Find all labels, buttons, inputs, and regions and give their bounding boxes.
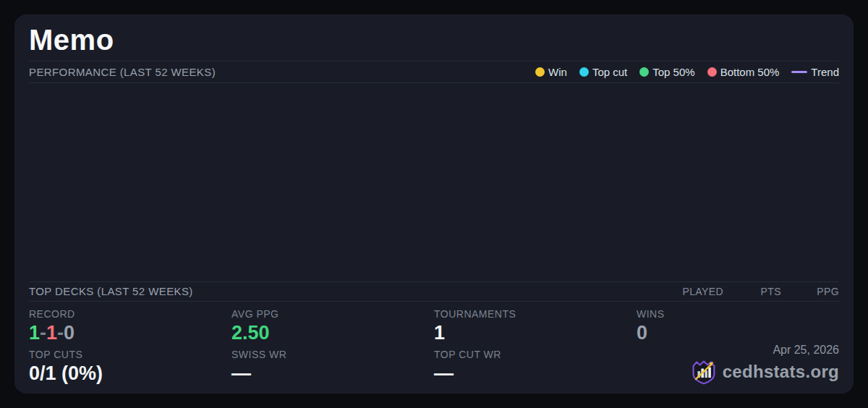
avg-ppg-value: 2.50 — [231, 322, 434, 344]
legend-item-bottom-50: Bottom 50% — [707, 66, 780, 78]
performance-section-label: PERFORMANCE (LAST 52 WEEKS) — [29, 66, 216, 78]
top-cuts-value: 0/1 (0%) — [29, 362, 231, 385]
legend-label: Trend — [811, 66, 839, 78]
top-decks-section-label: TOP DECKS (LAST 52 WEEKS) — [29, 285, 193, 297]
stat-label: TOURNAMENTS — [434, 308, 637, 320]
page-title: Memo — [29, 24, 114, 56]
legend-label: Bottom 50% — [720, 66, 780, 78]
legend-label: Win — [548, 66, 567, 78]
record-draws: 0 — [64, 322, 75, 344]
top-cut-dot-icon — [579, 67, 589, 77]
stat-wins: WINS 0 — [637, 308, 839, 344]
performance-section-header: PERFORMANCE (LAST 52 WEEKS) Win Top cut … — [29, 61, 839, 83]
record-separator: - — [40, 322, 46, 344]
title-row: Memo — [29, 14, 839, 61]
stat-label: SWISS WR — [231, 349, 434, 360]
chart-legend: Win Top cut Top 50% Bottom 50% Trend — [535, 66, 839, 78]
legend-item-win: Win — [535, 66, 567, 78]
stat-label: WINS — [637, 308, 839, 320]
legend-label: Top cut — [592, 66, 627, 78]
legend-item-trend: Trend — [791, 66, 839, 78]
top-decks-column-headers: PLAYED PTS PPG — [665, 286, 839, 297]
swiss-wr-value: — — [231, 362, 434, 385]
stat-label: TOP CUT WR — [434, 349, 637, 360]
column-header-ppg: PPG — [781, 286, 839, 297]
stat-label: RECORD — [29, 308, 231, 320]
stat-swiss-wr: SWISS WR — — [231, 349, 434, 385]
column-header-played: PLAYED — [665, 286, 723, 297]
stat-top-cuts: TOP CUTS 0/1 (0%) — [29, 349, 231, 385]
stat-tournaments: TOURNAMENTS 1 — [434, 308, 637, 344]
bottom-50-dot-icon — [707, 67, 717, 77]
brand-text: cedhstats.org — [723, 362, 839, 382]
stats-card: Memo PERFORMANCE (LAST 52 WEEKS) Win Top… — [14, 14, 854, 394]
stat-avg-ppg: AVG PPG 2.50 — [231, 308, 434, 344]
stat-label: TOP CUTS — [29, 349, 231, 360]
brand-row: cedhstats.org — [691, 359, 839, 385]
trend-line-icon — [791, 71, 807, 73]
record-losses: 1 — [46, 322, 57, 344]
column-header-pts: PTS — [723, 286, 781, 297]
card-date: Apr 25, 2026 — [691, 344, 839, 357]
stat-top-cut-wr: TOP CUT WR — — [434, 349, 637, 385]
wins-value: 0 — [637, 322, 839, 344]
performance-chart-area — [29, 83, 839, 281]
legend-label: Top 50% — [652, 66, 694, 78]
top-50-dot-icon — [639, 67, 649, 77]
stat-record: RECORD 1-1-0 — [29, 308, 231, 344]
cedhstats-logo-icon — [691, 359, 717, 385]
record-wins: 1 — [29, 322, 40, 344]
record-separator: - — [57, 322, 64, 344]
record-value: 1-1-0 — [29, 322, 231, 344]
legend-item-top-cut: Top cut — [579, 66, 627, 78]
stat-label: AVG PPG — [231, 308, 434, 320]
top-cut-wr-value: — — [434, 362, 637, 385]
legend-item-top-50: Top 50% — [639, 66, 694, 78]
top-decks-section-header: TOP DECKS (LAST 52 WEEKS) PLAYED PTS PPG — [29, 281, 839, 302]
tournaments-value: 1 — [434, 322, 637, 344]
win-dot-icon — [535, 67, 545, 77]
footer: Apr 25, 2026 cedhstats.org — [691, 344, 839, 385]
